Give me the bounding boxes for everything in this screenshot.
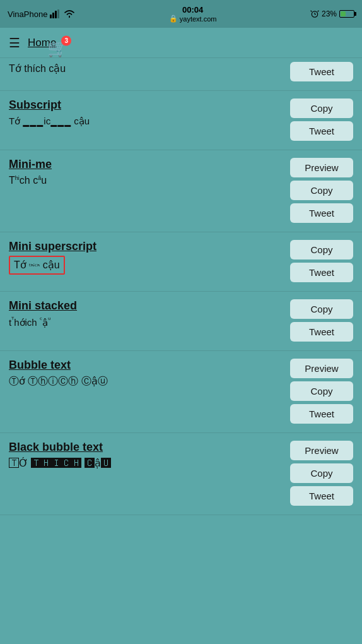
mini-superscript-section: Mini superscript Tớ ᵗʰⁱᶜʰ cậu Copy Tweet bbox=[0, 232, 362, 292]
battery-fill bbox=[341, 11, 346, 16]
black-bubble-text-title: Black bubble text bbox=[9, 441, 284, 454]
subscript-section: Subscript Tớ ▬▬▬ic▬▬▬ cậu Copy Tweet bbox=[0, 91, 362, 150]
black-bubble-text-section: Black bubble text 🅃Ớ 🆃🅷🅸🅲🅷 🅲ậ🆄 Preview C… bbox=[0, 433, 362, 515]
mini-stacked-section: Mini stacked tᵀhớich ᶜậᵘ Copy Tweet bbox=[0, 292, 362, 351]
bubble-text-tweet-button[interactable]: Tweet bbox=[290, 404, 353, 424]
subscript-content: Subscript Tớ ▬▬▬ic▬▬▬ cậu bbox=[9, 98, 284, 129]
svg-rect-2 bbox=[55, 11, 57, 18]
url-bar: 🔒 yaytext.com bbox=[169, 15, 217, 23]
battery-icon bbox=[339, 10, 354, 18]
time-label: 00:04 bbox=[182, 5, 203, 15]
top-cut-tweet-button[interactable]: Tweet bbox=[290, 62, 353, 81]
black-bubble-text-preview-button[interactable]: Preview bbox=[290, 441, 353, 460]
bubble-text-text: Ⓣớ ⓉⓗⓘⒸⓗ Ⓒậⓤ bbox=[9, 374, 284, 388]
svg-rect-1 bbox=[52, 13, 54, 18]
status-right: 23% bbox=[310, 9, 354, 18]
wifi-icon bbox=[64, 9, 75, 18]
mini-stacked-copy-button[interactable]: Copy bbox=[290, 299, 353, 319]
svg-rect-0 bbox=[50, 15, 52, 18]
top-cut-buttons: Tweet bbox=[290, 62, 353, 81]
carrier-label: VinaPhone bbox=[8, 9, 47, 19]
svg-line-8 bbox=[318, 11, 319, 12]
subscript-buttons: Copy Tweet bbox=[290, 98, 353, 141]
top-cut-text: Tớ thích cậu bbox=[9, 62, 284, 76]
mini-superscript-content: Mini superscript Tớ ᵗʰⁱᶜʰ cậu bbox=[9, 240, 284, 275]
nav-bar: ☰ Home 🛒 3 bbox=[0, 28, 362, 58]
black-bubble-text-buttons: Preview Copy Tweet bbox=[290, 441, 353, 506]
black-bubble-text-content: Black bubble text 🅃Ớ 🆃🅷🅸🅲🅷 🅲ậ🆄 bbox=[9, 441, 284, 470]
status-bar: VinaPhone 00:04 🔒 yaytext.com bbox=[0, 0, 362, 28]
black-bubble-text-copy-button[interactable]: Copy bbox=[290, 463, 353, 483]
mini-stacked-buttons: Copy Tweet bbox=[290, 299, 353, 342]
black-bubble-text-text: 🅃Ớ 🆃🅷🅸🅲🅷 🅲ậ🆄 bbox=[9, 456, 284, 470]
black-bubble-text-tweet-button[interactable]: Tweet bbox=[290, 486, 353, 506]
mini-superscript-copy-button[interactable]: Copy bbox=[290, 240, 353, 259]
mini-superscript-text-box: Tớ ᵗʰⁱᶜʰ cậu bbox=[9, 256, 65, 275]
mini-me-copy-button[interactable]: Copy bbox=[290, 181, 353, 200]
signal-icon bbox=[50, 9, 61, 18]
bubble-text-title: Bubble text bbox=[9, 359, 284, 372]
mini-stacked-tweet-button[interactable]: Tweet bbox=[290, 322, 353, 342]
mini-stacked-title: Mini stacked bbox=[9, 299, 284, 313]
svg-line-7 bbox=[311, 11, 312, 12]
subscript-text: Tớ ▬▬▬ic▬▬▬ cậu bbox=[9, 114, 284, 129]
bubble-text-preview-button[interactable]: Preview bbox=[290, 359, 353, 378]
subscript-tweet-button[interactable]: Tweet bbox=[290, 121, 353, 141]
mini-stacked-text: tᵀhớich ᶜậᵘ bbox=[9, 315, 284, 329]
mini-superscript-text: Tớ ᵗʰⁱᶜʰ cậu bbox=[14, 259, 60, 270]
status-left: VinaPhone bbox=[8, 9, 75, 19]
mini-superscript-title: Mini superscript bbox=[9, 240, 284, 253]
battery-percent: 23% bbox=[322, 9, 337, 18]
mini-me-title: Mini-me bbox=[9, 158, 284, 171]
bubble-text-content: Bubble text Ⓣớ ⓉⓗⓘⒸⓗ Ⓒậⓤ bbox=[9, 359, 284, 388]
subscript-title: Subscript bbox=[9, 98, 284, 112]
status-center: 00:04 🔒 yaytext.com bbox=[169, 5, 217, 23]
menu-icon[interactable]: ☰ bbox=[9, 35, 20, 51]
mini-me-content: Mini-me Thich câu bbox=[9, 158, 284, 188]
cart-badge: 3 bbox=[61, 35, 71, 45]
url-text: yaytext.com bbox=[180, 15, 217, 23]
svg-rect-3 bbox=[57, 9, 59, 18]
mini-me-preview-button[interactable]: Preview bbox=[290, 158, 353, 177]
top-cut-content: Tớ thích cậu bbox=[9, 62, 284, 76]
mini-superscript-buttons: Copy Tweet bbox=[290, 240, 353, 282]
section-top-cut: Tớ thích cậu Tweet bbox=[0, 58, 362, 91]
subscript-copy-button[interactable]: Copy bbox=[290, 98, 353, 118]
mini-me-buttons: Preview Copy Tweet bbox=[290, 158, 353, 223]
bubble-text-buttons: Preview Copy Tweet bbox=[290, 359, 353, 424]
cart-button[interactable]: 🛒 3 bbox=[47, 38, 67, 57]
bubble-text-copy-button[interactable]: Copy bbox=[290, 381, 353, 401]
mini-stacked-content: Mini stacked tᵀhớich ᶜậᵘ bbox=[9, 299, 284, 329]
mini-me-text: Thich câu bbox=[9, 174, 284, 188]
alarm-icon bbox=[310, 9, 319, 18]
mini-me-section: Mini-me Thich câu Preview Copy Tweet bbox=[0, 150, 362, 232]
mini-me-tweet-button[interactable]: Tweet bbox=[290, 203, 353, 223]
lock-icon: 🔒 bbox=[169, 15, 178, 23]
mini-superscript-tweet-button[interactable]: Tweet bbox=[290, 263, 353, 282]
bubble-text-section: Bubble text Ⓣớ ⓉⓗⓘⒸⓗ Ⓒậⓤ Preview Copy Tw… bbox=[0, 351, 362, 433]
